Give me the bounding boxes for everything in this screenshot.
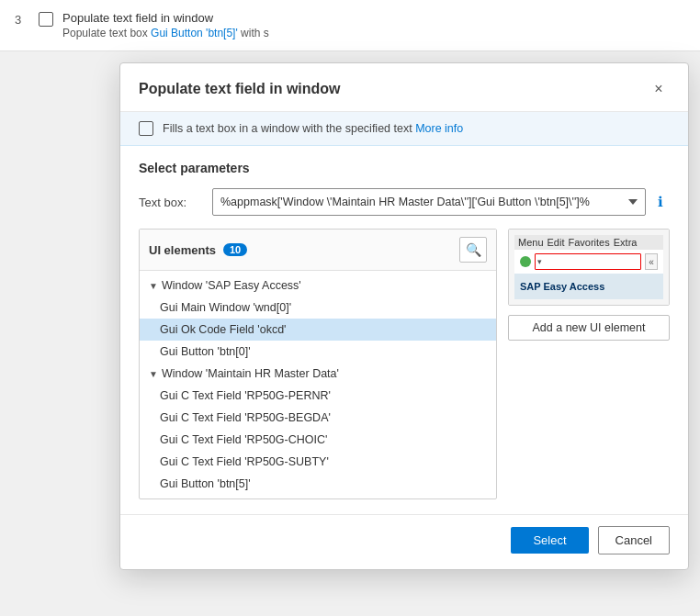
two-col-layout: UI elements 10 🔍 ▼Window 'SAP Easy Acces… — [139, 229, 670, 499]
form-label: Text box: — [139, 196, 203, 209]
step-content: Populate text field in window Populate t… — [62, 11, 269, 39]
preview-status-dot — [520, 256, 531, 267]
step-row: 3 Populate text field in window Populate… — [0, 0, 700, 51]
preview-arrow-button: « — [645, 253, 658, 270]
preview-menubar: Menu Edit Favorites Extra — [514, 235, 663, 250]
tree-item[interactable]: Gui Main Window 'wnd[0]' — [140, 297, 496, 319]
chevron-down-icon: ▼ — [149, 369, 158, 379]
form-row: Text box: %appmask['Window \'Maintain HR… — [139, 188, 670, 216]
tree-item[interactable]: ▼Window 'SAP Easy Access' — [140, 274, 496, 297]
info-text: Fills a text box in a window with the sp… — [163, 122, 463, 135]
preview-dropdown-arrow: ▾ — [536, 257, 544, 266]
tree-item[interactable]: Gui C Text Field 'RP50G-CHOIC' — [140, 429, 496, 451]
preview-edit-item: Edit — [548, 237, 565, 248]
add-element-button[interactable]: Add a new UI element — [508, 315, 670, 341]
preview-extra-item: Extra — [614, 237, 638, 248]
right-panel: Menu Edit Favorites Extra ▾ « SA — [508, 229, 670, 499]
tree-list: ▼Window 'SAP Easy Access'Gui Main Window… — [140, 271, 496, 498]
preview-favorites-item: Favorites — [569, 237, 610, 248]
step-desc: Populate text box Gui Button 'btn[5]' wi… — [62, 27, 269, 39]
tree-item[interactable]: Gui C Text Field 'RP50G-PERNR' — [140, 385, 496, 407]
cancel-button[interactable]: Cancel — [598, 526, 670, 554]
ui-elements-badge: 10 — [223, 243, 247, 256]
window-icon — [139, 121, 153, 136]
close-button[interactable]: × — [648, 78, 670, 100]
select-button[interactable]: Select — [511, 527, 588, 554]
info-text-content: Fills a text box in a window with the sp… — [163, 122, 415, 135]
preview-input-row: ▾ « — [514, 250, 663, 274]
more-info-link[interactable]: More info — [415, 122, 463, 135]
step-desc-prefix: Populate text box — [62, 27, 151, 39]
chevron-down-icon: ▼ — [149, 281, 158, 291]
modal-header: Populate text field in window × — [120, 63, 688, 112]
preview-content: Menu Edit Favorites Extra ▾ « SA — [509, 230, 669, 305]
preview-box: Menu Edit Favorites Extra ▾ « SA — [508, 229, 670, 306]
left-panel: UI elements 10 🔍 ▼Window 'SAP Easy Acces… — [139, 229, 497, 499]
step-desc-link[interactable]: Gui Button 'btn[5]' — [151, 27, 238, 39]
tree-item[interactable]: Gui C Text Field 'RP50G-BEGDA' — [140, 407, 496, 429]
modal: Populate text field in window × Fills a … — [119, 62, 689, 570]
search-button[interactable]: 🔍 — [459, 237, 487, 263]
section-title: Select parameters — [139, 161, 670, 175]
tree-item[interactable]: Gui Button 'btn[0]' — [140, 341, 496, 363]
info-button[interactable]: ℹ — [651, 193, 670, 211]
tree-item[interactable]: Gui C Text Field 'RP50G-SUBTY' — [140, 451, 496, 473]
info-banner: Fills a text box in a window with the sp… — [120, 112, 688, 146]
modal-footer: Select Cancel — [120, 514, 688, 569]
form-input-wrapper: %appmask['Window \'Maintain HR Master Da… — [212, 188, 670, 216]
step-icon — [39, 12, 53, 27]
panel-header-left: UI elements 10 — [149, 243, 247, 257]
preview-menu-item: Menu — [518, 237, 544, 248]
step-desc-suffix: with s — [241, 27, 269, 39]
left-panel-header: UI elements 10 🔍 — [140, 230, 496, 271]
tree-item[interactable]: ▼Window 'Maintain HR Master Data' — [140, 363, 496, 385]
step-number: 3 — [15, 11, 29, 27]
textbox-select[interactable]: %appmask['Window \'Maintain HR Master Da… — [212, 188, 646, 216]
ui-elements-label: UI elements — [149, 243, 216, 257]
modal-body: Select parameters Text box: %appmask['Wi… — [120, 146, 688, 514]
step-title: Populate text field in window — [62, 11, 269, 25]
preview-sap-title: SAP Easy Access — [514, 274, 663, 299]
tree-item[interactable]: Gui Ok Code Field 'okcd' — [140, 319, 496, 341]
modal-title: Populate text field in window — [139, 81, 341, 97]
tree-item[interactable]: Gui Button 'btn[5]' — [140, 473, 496, 495]
preview-field: ▾ — [535, 253, 641, 270]
search-icon: 🔍 — [466, 242, 481, 257]
